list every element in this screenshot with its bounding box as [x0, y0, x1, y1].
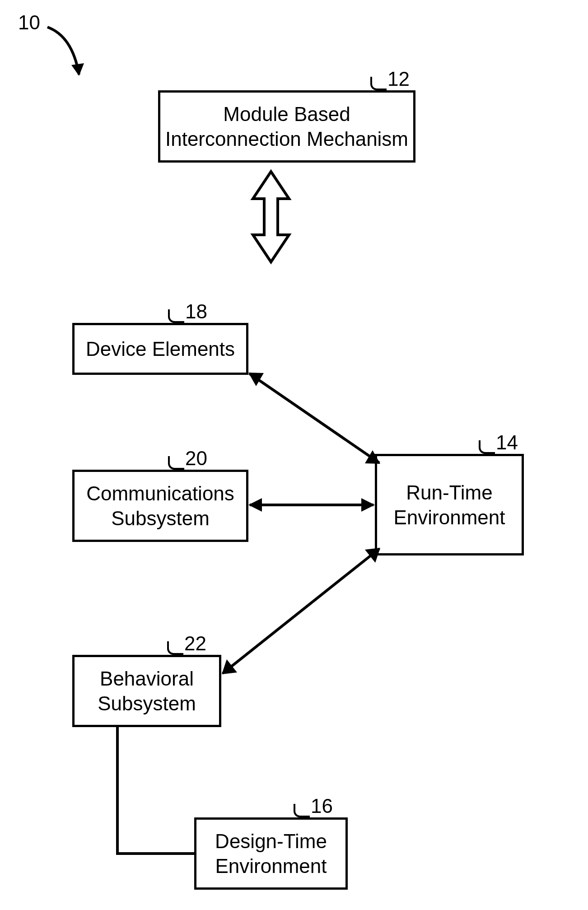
ref-16: 16: [311, 795, 333, 817]
box-behavioral-subsystem: Behavioral Subsystem: [72, 655, 221, 727]
svg-marker-5: [248, 498, 262, 512]
lead-14: [479, 440, 495, 454]
ref-12: 12: [387, 68, 410, 90]
ref-20: 20: [185, 447, 207, 470]
box-runtime-text: Run-Time Environment: [393, 480, 505, 530]
ref-22: 22: [184, 632, 206, 655]
svg-marker-0: [71, 63, 84, 76]
svg-marker-6: [361, 498, 375, 512]
box-behavioral-text: Behavioral Subsystem: [98, 666, 196, 716]
box-interconnection-mechanism: Module Based Interconnection Mechanism: [158, 90, 415, 163]
svg-marker-2: [248, 373, 264, 386]
box-designtime-environment: Design-Time Environment: [194, 817, 348, 890]
box-interconnection-text: Module Based Interconnection Mechanism: [165, 102, 408, 151]
ref-14: 14: [496, 431, 518, 454]
svg-line-1: [249, 373, 379, 463]
box-device-elements: Device Elements: [72, 323, 248, 375]
box-designtime-text: Design-Time Environment: [215, 829, 327, 878]
svg-marker-8: [222, 659, 237, 674]
lead-12: [370, 77, 387, 90]
lead-18: [168, 309, 184, 323]
lead-20: [168, 456, 184, 470]
box-communications-subsystem: Communications Subsystem: [72, 470, 248, 542]
box-comms-text: Communications Subsystem: [86, 481, 234, 531]
ref-18: 18: [185, 300, 207, 323]
svg-line-7: [223, 549, 379, 673]
box-device-text: Device Elements: [86, 336, 235, 361]
lead-16: [294, 804, 310, 817]
figure-number-label: 10: [18, 11, 40, 34]
box-runtime-environment: Run-Time Environment: [375, 454, 524, 555]
lead-22: [167, 641, 183, 655]
